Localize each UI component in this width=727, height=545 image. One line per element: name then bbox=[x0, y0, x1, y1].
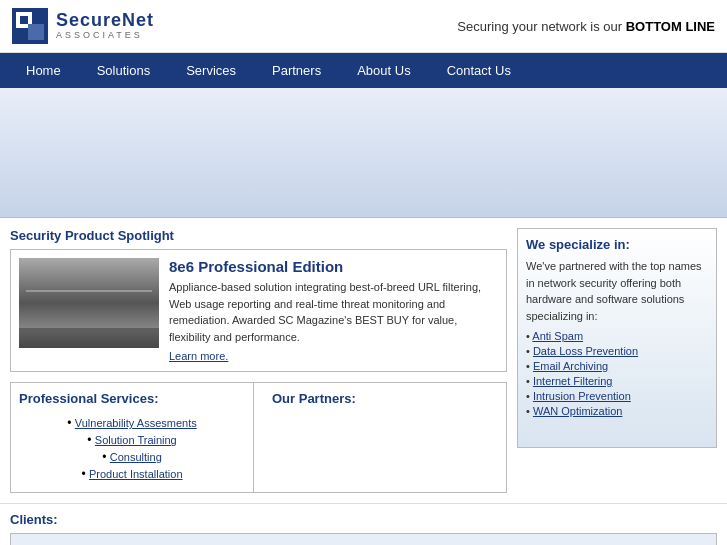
nav-item-home[interactable]: Home bbox=[8, 53, 79, 88]
svg-rect-2 bbox=[20, 16, 28, 24]
partners-box: Our Partners: bbox=[264, 383, 506, 492]
nav-item-services[interactable]: Services bbox=[168, 53, 254, 88]
logo-title: SecureNet bbox=[56, 11, 154, 31]
product-name: 8e6 Professional Edition bbox=[169, 258, 498, 275]
list-item: Email Archiving bbox=[526, 360, 708, 372]
clients-bar bbox=[10, 533, 717, 545]
svg-rect-3 bbox=[28, 24, 44, 40]
logo-text: SecureNet ASSOCIATES bbox=[56, 11, 154, 41]
clients-section: Clients: bbox=[0, 503, 727, 545]
services-list: • Vulnerability Assesments • Solution Tr… bbox=[19, 416, 245, 481]
service-link-consulting[interactable]: Consulting bbox=[110, 451, 162, 463]
services-box: Professional Services: • Vulnerability A… bbox=[11, 383, 254, 492]
spotlight-section-title: Security Product Spotlight bbox=[10, 228, 507, 243]
rack-unit-graphic bbox=[19, 258, 159, 348]
specialize-link-dlp[interactable]: Data Loss Prevention bbox=[533, 345, 638, 357]
spotlight-box: 8e6 Professional Edition Appliance-based… bbox=[10, 249, 507, 372]
service-link-training[interactable]: Solution Training bbox=[95, 434, 177, 446]
nav-link-services[interactable]: Services bbox=[168, 53, 254, 88]
header: SecureNet ASSOCIATES Securing your netwo… bbox=[0, 0, 727, 53]
nav-link-home[interactable]: Home bbox=[8, 53, 79, 88]
list-item: WAN Optimization bbox=[526, 405, 708, 417]
product-learn-more-link[interactable]: Learn more. bbox=[169, 350, 228, 362]
nav-item-partners[interactable]: Partners bbox=[254, 53, 339, 88]
left-column: Security Product Spotlight 8e6 Professio… bbox=[10, 228, 507, 493]
nav-list: Home Solutions Services Partners About U… bbox=[0, 53, 727, 88]
tagline-prefix: Securing your network is our bbox=[457, 19, 625, 34]
list-item: Anti Spam bbox=[526, 330, 708, 342]
service-link-vulnerability[interactable]: Vulnerability Assesments bbox=[75, 417, 197, 429]
specialize-title: We specialize in: bbox=[526, 237, 708, 252]
specialize-desc: We've partnered with the top names in ne… bbox=[526, 258, 708, 324]
tagline-bold: BOTTOM LINE bbox=[626, 19, 715, 34]
nav-link-about[interactable]: About Us bbox=[339, 53, 428, 88]
list-item: Data Loss Prevention bbox=[526, 345, 708, 357]
hero-banner bbox=[0, 88, 727, 218]
specialize-link-intrusion[interactable]: Intrusion Prevention bbox=[533, 390, 631, 402]
service-link-installation[interactable]: Product Installation bbox=[89, 468, 183, 480]
nav-link-partners[interactable]: Partners bbox=[254, 53, 339, 88]
nav-link-solutions[interactable]: Solutions bbox=[79, 53, 168, 88]
product-desc: Appliance-based solution integrating bes… bbox=[169, 279, 498, 345]
specialize-link-internet[interactable]: Internet Filtering bbox=[533, 375, 612, 387]
list-item: • Product Installation bbox=[19, 467, 245, 481]
specialize-link-antispam[interactable]: Anti Spam bbox=[532, 330, 583, 342]
list-item: Internet Filtering bbox=[526, 375, 708, 387]
main-content: Security Product Spotlight 8e6 Professio… bbox=[0, 218, 727, 493]
list-item: • Solution Training bbox=[19, 433, 245, 447]
list-item: • Vulnerability Assesments bbox=[19, 416, 245, 430]
right-column: We specialize in: We've partnered with t… bbox=[517, 228, 717, 493]
specialize-link-email[interactable]: Email Archiving bbox=[533, 360, 608, 372]
tagline: Securing your network is our BOTTOM LINE bbox=[457, 19, 715, 34]
nav-item-solutions[interactable]: Solutions bbox=[79, 53, 168, 88]
main-nav: Home Solutions Services Partners About U… bbox=[0, 53, 727, 88]
nav-item-contact[interactable]: Contact Us bbox=[429, 53, 529, 88]
logo-subtitle: ASSOCIATES bbox=[56, 31, 154, 41]
logo-icon bbox=[12, 8, 48, 44]
nav-link-contact[interactable]: Contact Us bbox=[429, 53, 529, 88]
services-title: Professional Services: bbox=[19, 391, 245, 406]
nav-item-about[interactable]: About Us bbox=[339, 53, 428, 88]
specialize-box: We specialize in: We've partnered with t… bbox=[517, 228, 717, 448]
logo-area: SecureNet ASSOCIATES bbox=[12, 8, 154, 44]
partners-title: Our Partners: bbox=[272, 391, 498, 406]
list-item: Intrusion Prevention bbox=[526, 390, 708, 402]
specialize-list: Anti Spam Data Loss Prevention Email Arc… bbox=[526, 330, 708, 417]
product-info: 8e6 Professional Edition Appliance-based… bbox=[169, 258, 498, 363]
lower-section: Professional Services: • Vulnerability A… bbox=[10, 382, 507, 493]
clients-title: Clients: bbox=[10, 512, 717, 527]
specialize-link-wan[interactable]: WAN Optimization bbox=[533, 405, 622, 417]
product-image bbox=[19, 258, 159, 348]
list-item: • Consulting bbox=[19, 450, 245, 464]
